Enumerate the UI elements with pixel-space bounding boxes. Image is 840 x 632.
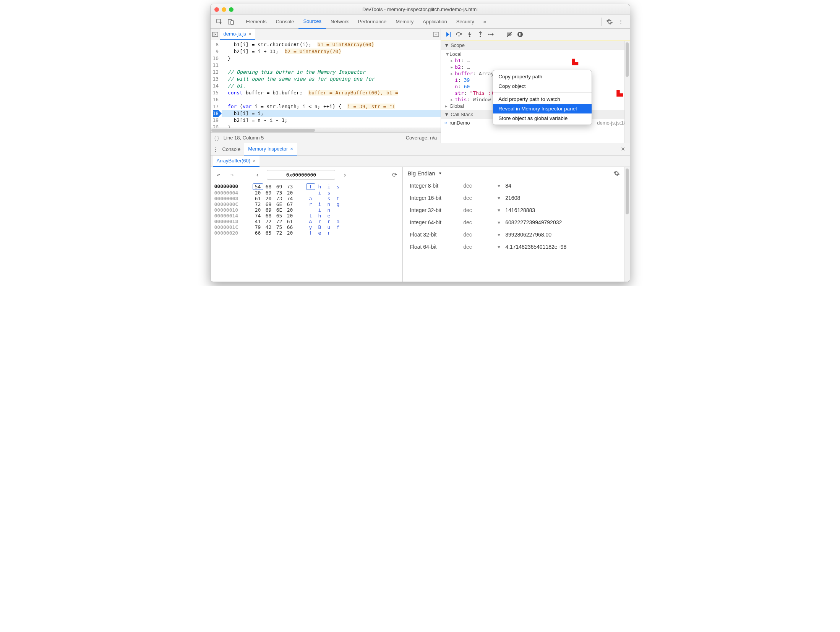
tabs-overflow-button[interactable]: »: [479, 15, 491, 29]
tab-security[interactable]: Security: [452, 15, 479, 29]
tab-sources[interactable]: Sources: [298, 15, 326, 29]
interp-encoding-selector[interactable]: dec: [461, 204, 495, 216]
drawer-kebab-icon[interactable]: ⋮: [213, 146, 218, 152]
line-number[interactable]: 17: [213, 103, 219, 110]
device-toolbar-icon[interactable]: [225, 16, 237, 28]
callstack-frame[interactable]: runDemo: [449, 120, 470, 126]
tab-memory[interactable]: Memory: [391, 15, 418, 29]
hex-ascii[interactable]: a st: [306, 196, 352, 201]
endianness-selector[interactable]: Big Endian ▾: [407, 170, 441, 177]
tab-application[interactable]: Application: [418, 15, 452, 29]
undo-icon[interactable]: ↶: [214, 171, 223, 178]
pause-exceptions-icon[interactable]: [517, 31, 524, 38]
navigator-toggle-icon[interactable]: [212, 31, 218, 37]
code-editor[interactable]: 89101112131415161718192021 b1[i] = str.c…: [211, 40, 441, 128]
scope-variable-b1[interactable]: ▸b1: …: [446, 57, 629, 64]
next-page-icon[interactable]: ›: [341, 171, 349, 178]
hex-bytes[interactable]: 20697320: [253, 190, 302, 196]
ctx-item[interactable]: Add property path to watch: [493, 94, 592, 104]
interpretation-row: Float 32-bitdec▾3992806227968.00: [407, 228, 619, 241]
line-number[interactable]: 15: [213, 89, 219, 96]
svg-rect-12: [521, 33, 521, 36]
redo-icon[interactable]: ↷: [228, 171, 237, 178]
drawer-tab-memory-inspector[interactable]: Memory Inspector ×: [244, 143, 297, 156]
resume-icon[interactable]: [445, 31, 452, 38]
hex-ascii[interactable]: This: [306, 183, 352, 190]
step-over-icon[interactable]: [456, 31, 462, 38]
editor-status-bar: { } Line 18, Column 5 Coverage: n/a: [211, 132, 441, 143]
interp-encoding-selector[interactable]: dec: [461, 192, 495, 204]
step-out-icon[interactable]: [477, 31, 484, 38]
hex-ascii[interactable]: is: [306, 190, 352, 196]
interp-encoding-selector[interactable]: dec: [461, 228, 495, 241]
hex-bytes[interactable]: 72696E67: [253, 201, 302, 207]
close-icon[interactable]: ×: [253, 158, 256, 164]
scope-variable-b2[interactable]: ▸b2: …: [446, 64, 629, 70]
hex-dump-pane: ↶ ↷ ‹ › ⟳ 0000000054686973This0000000420…: [211, 167, 403, 282]
line-number[interactable]: 20: [213, 124, 219, 128]
hex-ascii[interactable]: Arra: [306, 219, 352, 224]
line-number[interactable]: 18: [213, 110, 219, 117]
tab-elements[interactable]: Elements: [242, 15, 271, 29]
step-into-icon[interactable]: [466, 31, 473, 38]
line-number[interactable]: 12: [213, 69, 219, 76]
hex-bytes[interactable]: 61207374: [253, 196, 302, 201]
kebab-menu-icon[interactable]: ⋮: [615, 16, 627, 28]
line-number[interactable]: 14: [213, 83, 219, 89]
hex-bytes[interactable]: 66657220: [253, 230, 302, 236]
line-number[interactable]: 11: [213, 62, 219, 69]
braces-icon[interactable]: { }: [214, 135, 219, 141]
drawer-tab-console[interactable]: Console: [219, 143, 245, 156]
hex-bytes[interactable]: 20696E20: [253, 207, 302, 213]
refresh-icon[interactable]: ⟳: [390, 171, 399, 178]
line-number[interactable]: 13: [213, 76, 219, 83]
tab-performance[interactable]: Performance: [354, 15, 391, 29]
hex-bytes[interactable]: 41727261: [253, 219, 302, 224]
hex-bytes[interactable]: 54686973: [253, 183, 302, 190]
settings-gear-icon[interactable]: [613, 170, 620, 177]
line-number[interactable]: 8: [213, 41, 219, 48]
address-input[interactable]: [267, 170, 335, 180]
close-icon[interactable]: ×: [248, 31, 251, 37]
hex-ascii[interactable]: ring: [306, 201, 352, 207]
hex-bytes[interactable]: 74686520: [253, 213, 302, 219]
close-icon[interactable]: ×: [290, 146, 293, 152]
ctx-item[interactable]: Reveal in Memory Inspector panel: [493, 104, 592, 113]
tab-network[interactable]: Network: [326, 15, 354, 29]
scope-global-label[interactable]: Global: [449, 103, 464, 109]
inspect-element-icon[interactable]: [214, 16, 225, 28]
scope-local-label[interactable]: Local: [449, 51, 461, 57]
interp-encoding-selector[interactable]: dec: [461, 180, 495, 192]
interp-encoding-selector[interactable]: dec: [461, 241, 495, 253]
scope-section-header[interactable]: ▼ Scope: [441, 41, 629, 50]
interpretation-row: Integer 8-bitdec▾84: [407, 180, 619, 192]
ctx-item[interactable]: Copy property path: [493, 72, 592, 81]
settings-gear-icon[interactable]: [604, 16, 615, 28]
close-icon[interactable]: ×: [619, 145, 628, 153]
callstack-location[interactable]: demo-js.js:18: [597, 120, 626, 126]
ctx-item[interactable]: Copy object: [493, 81, 592, 91]
step-icon[interactable]: [488, 31, 495, 38]
hex-ascii[interactable]: the: [306, 213, 352, 219]
hex-ascii[interactable]: fer: [306, 230, 352, 236]
vertical-scrollbar[interactable]: [624, 167, 630, 282]
file-tab-demo-js[interactable]: demo-js.js ×: [220, 29, 255, 40]
line-number[interactable]: 9: [213, 48, 219, 55]
vertical-scrollbar[interactable]: [624, 41, 630, 143]
ctx-item[interactable]: Store object as global variable: [493, 113, 592, 123]
horizontal-scrollbar[interactable]: [211, 128, 441, 132]
deactivate-breakpoints-icon[interactable]: [506, 31, 513, 38]
hex-ascii[interactable]: in: [306, 207, 352, 213]
interp-encoding-selector[interactable]: dec: [461, 216, 495, 228]
line-number[interactable]: 16: [213, 96, 219, 103]
line-number[interactable]: 10: [213, 55, 219, 62]
tab-console[interactable]: Console: [271, 15, 299, 29]
line-number[interactable]: 19: [213, 117, 219, 124]
file-tab-overflow-icon[interactable]: [433, 31, 439, 37]
buffer-tab[interactable]: ArrayBuffer(60) ×: [213, 156, 259, 167]
hex-ascii[interactable]: yBuf: [306, 224, 352, 230]
hex-bytes[interactable]: 79427566: [253, 224, 302, 230]
interpretation-row: Integer 16-bitdec▾21608: [407, 192, 619, 204]
cursor-position: Line 18, Column 5: [224, 135, 264, 141]
prev-page-icon[interactable]: ‹: [253, 171, 261, 178]
